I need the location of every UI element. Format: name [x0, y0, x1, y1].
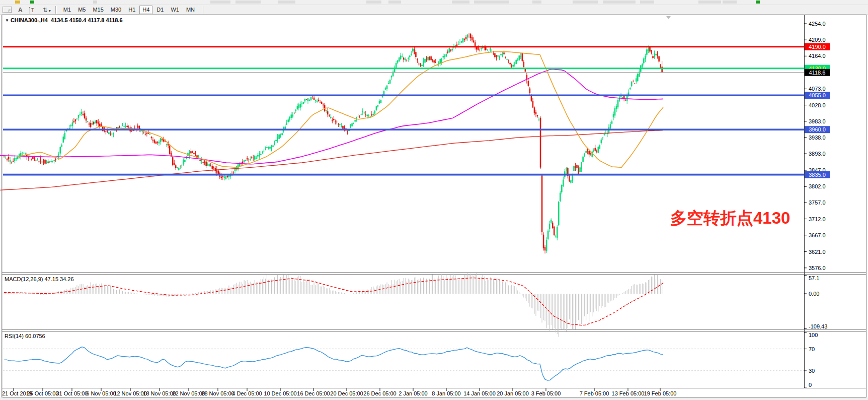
rsi-name: RSI(14): [5, 333, 24, 339]
price-tick-label: 3712.0: [809, 216, 826, 222]
macd-signal-line: [4, 278, 663, 325]
rsi-tick-label: 100: [809, 332, 818, 338]
macd-tick-label: -109.43: [809, 323, 827, 329]
price-tag-label: 3960.0: [809, 126, 826, 132]
statusbar-strip: [0, 397, 868, 400]
macd-values: 47.15 34.26: [44, 276, 73, 282]
rsi-line: [4, 347, 663, 381]
text-label-icon[interactable]: T: [29, 7, 36, 14]
candles-layer: [4, 33, 663, 254]
ma-magenta-line: [0, 69, 663, 164]
annotation-text[interactable]: 多空转折点4130: [670, 209, 790, 227]
price-tick-label: 3893.0: [809, 151, 826, 157]
price-tag-label: 3835.0: [809, 172, 826, 178]
rsi-indicator-label: RSI(14) 60.0756: [5, 333, 45, 339]
price-axis[interactable]: 4254.04209.04164.04073.04028.03983.03938…: [804, 21, 830, 388]
time-tick-label: 28 Nov 05:00: [201, 390, 234, 396]
toolbar-remnant: [452, 1, 469, 4]
time-tick-label: 25 Oct 05:00: [27, 390, 59, 396]
macd-layer: [4, 273, 663, 337]
macd-indicator-label: MACD(12,26,9) 47.15 34.26: [5, 276, 74, 282]
toolbar-separator: [55, 6, 57, 14]
rsi-tick-label: 70: [809, 346, 815, 352]
price-tick-label: 3757.0: [809, 199, 826, 206]
toolbar-remnant: [388, 1, 401, 4]
time-tick-label: 7 Feb 05:00: [580, 390, 609, 396]
time-tick-label: 14 Jan 05:00: [463, 390, 496, 396]
toolbar-remnant: [278, 1, 295, 4]
macd-name: MACD(12,26,9): [5, 276, 43, 282]
dropdown-caret-icon: ▾: [49, 8, 51, 14]
font-icon[interactable]: A: [18, 7, 23, 13]
macd-tick-label: 0.00: [809, 291, 819, 297]
price-tag-label: 4055.0: [809, 92, 826, 98]
time-tick-label: 2 Jan 05:00: [399, 390, 428, 396]
time-tick-label: 12 Nov 05:00: [114, 390, 146, 396]
time-tick-label: 19 Feb 05:00: [644, 390, 677, 396]
price-tick-label: 4073.0: [809, 86, 826, 92]
price-tag-label: 4190.0: [809, 44, 826, 50]
time-tick-label: 13 Feb 05:00: [612, 390, 645, 396]
price-tick-label: 3667.0: [809, 232, 826, 238]
arrange-arrows-icon[interactable]: ⇅: [43, 7, 48, 13]
toolbar-remnant: [532, 1, 541, 4]
time-tick-label: 26 Dec 05:00: [363, 390, 396, 396]
time-axis[interactable]: 21 Oct 201925 Oct 05:0031 Oct 05:006 Nov…: [2, 388, 676, 396]
ohlc-values: 4134.5 4150.4 4117.8 4118.6: [51, 17, 123, 23]
time-tick-label: 4 Dec 05:00: [232, 390, 262, 396]
time-tick-label: 20 Jan 05:00: [497, 390, 529, 396]
time-tick-label: 6 Nov 05:00: [86, 390, 116, 396]
timeframe-M1[interactable]: M1: [60, 6, 74, 14]
toolbar-remnant: [723, 1, 737, 4]
shift-marker-icon[interactable]: [666, 16, 671, 19]
timeframe-W1[interactable]: W1: [168, 6, 182, 14]
instrument-label: CHINA300-,H4: [11, 17, 48, 23]
symbols-grid-icon[interactable]: F: [3, 7, 12, 13]
timeframe-H1[interactable]: H1: [125, 6, 138, 14]
toolbar-remnant: [15, 1, 20, 4]
timeframe-M30[interactable]: M30: [108, 6, 124, 14]
toolbar-remnant: [30, 1, 34, 4]
rsi-tick-label: 30: [809, 368, 815, 374]
time-tick-label: 8 Jan 05:00: [432, 390, 461, 396]
chart-canvas[interactable]: 多空转折点41304254.04209.04164.04073.04028.03…: [0, 0, 868, 400]
timeframe-M5[interactable]: M5: [75, 6, 89, 14]
toolbar-remnant: [235, 1, 261, 4]
toolbar-remnant: [698, 1, 721, 4]
timeframe-M15[interactable]: M15: [90, 6, 106, 14]
rsi-value: 60.0756: [25, 333, 45, 339]
rsi-tick-label: 0: [809, 382, 812, 388]
timeframe-MN[interactable]: MN: [183, 6, 198, 14]
toolbar-remnant: [366, 1, 381, 4]
toolbar-remnant: [640, 1, 654, 4]
time-tick-label: 3 Feb 05:00: [531, 390, 561, 396]
time-tick-label: 18 Nov 05:00: [143, 390, 176, 396]
price-tick-label: 4028.0: [809, 102, 826, 108]
price-tick-label: 3938.0: [809, 135, 826, 141]
main-toolbar: FAT⇅▾ M1M5M15M30H1H4D1W1MN: [0, 5, 868, 15]
toolbar-remnant: [756, 1, 760, 4]
chart-title[interactable]: ▼CHINA300-,H4 4134.5 4150.4 4117.8 4118.…: [5, 17, 123, 23]
price-tick-label: 3621.0: [809, 249, 826, 255]
timeframe-toolbar: M1M5M15M30H1H4D1W1MN: [60, 6, 198, 14]
price-tick-label: 4209.0: [809, 37, 826, 43]
time-tick-label: 10 Dec 05:00: [264, 390, 296, 396]
toolbar-remnant: [573, 1, 598, 4]
toolbar-remnant: [474, 1, 509, 4]
ma-orange-line: [18, 52, 663, 167]
time-tick-label: 20 Dec 05:00: [330, 390, 363, 396]
toolbar-separator: [203, 6, 204, 14]
time-tick-label: 31 Oct 05:00: [56, 390, 88, 396]
price-tag-label: 4118.6: [809, 70, 826, 76]
toolbar-remnant: [210, 1, 230, 4]
toolbar-remnant: [93, 1, 97, 4]
toolbar-remnant: [603, 1, 636, 4]
macd-tick-label: 57.1: [809, 275, 819, 281]
time-tick-label: 16 Dec 05:00: [297, 390, 330, 396]
price-tick-label: 4254.0: [809, 21, 826, 27]
symbol-dropdown-icon[interactable]: ▼: [5, 18, 9, 23]
timeframe-D1[interactable]: D1: [153, 6, 167, 14]
timeframe-H4[interactable]: H4: [139, 6, 152, 14]
time-tick-label: 22 Nov 05:00: [172, 390, 205, 396]
toolbar-icons: FAT⇅▾: [0, 5, 51, 14]
